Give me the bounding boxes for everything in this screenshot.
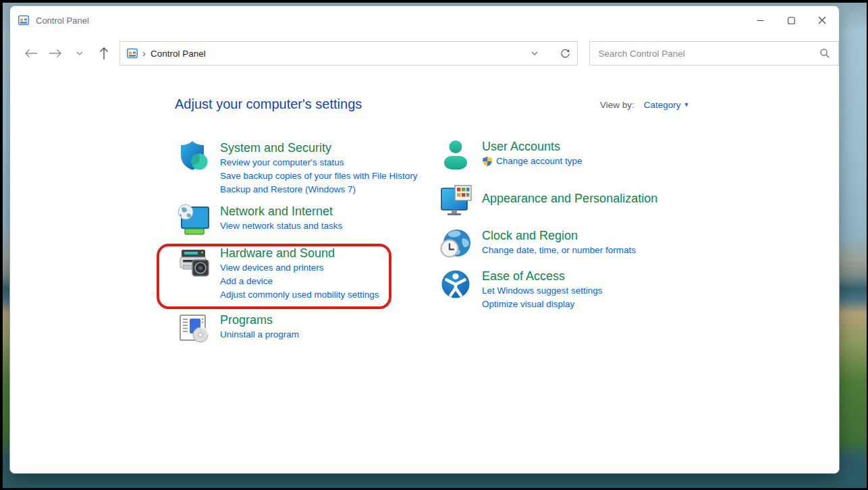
view-by-dropdown[interactable]: Category [644, 100, 681, 110]
control-panel-icon [18, 15, 29, 26]
task-link[interactable]: Uninstall a program [220, 328, 299, 342]
view-by-control: View by:Category▼ [600, 100, 689, 110]
uac-shield-icon [482, 156, 493, 167]
task-link[interactable]: Save backup copies of your files with Fi… [220, 169, 418, 183]
category-title[interactable]: Programs [220, 312, 299, 328]
clock-region-icon [439, 227, 472, 260]
category-appearance-personalization: Appearance and Personalization [439, 184, 657, 216]
category-title[interactable]: Appearance and Personalization [482, 190, 657, 207]
category-system-security: System and Security Review your computer… [178, 140, 418, 196]
control-panel-window: Control Panel [9, 5, 840, 474]
system-security-icon [178, 140, 210, 172]
view-by-caret-icon[interactable]: ▼ [684, 101, 690, 108]
view-by-label: View by: [600, 100, 634, 110]
breadcrumb-chevron: › [142, 48, 146, 58]
up-arrow-icon [99, 47, 109, 60]
address-bar[interactable]: › Control Panel [119, 41, 578, 65]
recent-locations-button[interactable] [70, 43, 90, 63]
minimize-icon [757, 17, 764, 24]
search-box [589, 41, 839, 65]
category-clock-region: Clock and Region Change date, time, or n… [439, 227, 636, 260]
category-network-internet: Network and Internet View network status… [178, 203, 342, 236]
chevron-down-icon [76, 51, 83, 55]
control-panel-icon [127, 48, 138, 59]
category-title[interactable]: Ease of Access [482, 268, 603, 284]
category-programs: Programs Uninstall a program [178, 312, 299, 344]
task-link[interactable]: Change date, time, or number formats [482, 244, 636, 257]
search-icon[interactable] [819, 48, 830, 59]
task-link[interactable]: Backup and Restore (Windows 7) [220, 183, 418, 196]
task-link[interactable]: View network status and tasks [220, 219, 342, 233]
maximize-button[interactable] [776, 6, 807, 34]
task-link[interactable]: Change account type [496, 155, 582, 168]
close-button[interactable] [807, 6, 838, 34]
task-link[interactable]: Review your computer's status [220, 156, 418, 169]
back-button[interactable] [21, 43, 41, 63]
task-link[interactable]: Optimize visual display [482, 298, 603, 311]
maximize-icon [788, 17, 795, 24]
category-ease-of-access: Ease of Access Let Windows suggest setti… [439, 268, 603, 311]
task-link[interactable]: Add a device [220, 275, 379, 288]
user-accounts-icon [439, 138, 472, 171]
category-user-accounts: User Accounts Change account [439, 138, 582, 171]
address-dropdown-icon[interactable] [531, 51, 538, 55]
minimize-button[interactable] [744, 6, 776, 34]
network-internet-icon [178, 203, 210, 236]
content-area: Adjust your computer's settings View by:… [10, 72, 839, 473]
task-link[interactable]: Let Windows suggest settings [482, 284, 603, 298]
window-title: Control Panel [36, 16, 89, 26]
category-title[interactable]: System and Security [220, 140, 418, 156]
page-title: Adjust your computer's settings [175, 97, 362, 112]
search-input[interactable] [598, 49, 819, 59]
refresh-icon[interactable] [560, 49, 570, 59]
category-title[interactable]: Hardware and Sound [220, 245, 379, 261]
titlebar: Control Panel [10, 6, 839, 34]
hardware-sound-icon [178, 245, 210, 277]
breadcrumb[interactable]: Control Panel [151, 49, 206, 59]
ease-of-access-icon [439, 268, 472, 300]
category-title[interactable]: Network and Internet [220, 203, 342, 219]
back-arrow-icon [24, 49, 38, 58]
category-title[interactable]: Clock and Region [482, 227, 636, 244]
appearance-personalization-icon [439, 184, 472, 216]
navigation-bar: › Control Panel [10, 34, 839, 72]
category-hardware-sound: Hardware and Sound View devices and prin… [178, 245, 379, 302]
task-link[interactable]: View devices and printers [220, 261, 379, 275]
forward-button[interactable] [45, 43, 65, 63]
close-icon [818, 16, 826, 24]
category-title[interactable]: User Accounts [482, 138, 582, 155]
task-link[interactable]: Adjust commonly used mobility settings [220, 288, 379, 302]
forward-arrow-icon [49, 49, 62, 58]
programs-icon [178, 312, 210, 344]
up-button[interactable] [94, 43, 114, 63]
